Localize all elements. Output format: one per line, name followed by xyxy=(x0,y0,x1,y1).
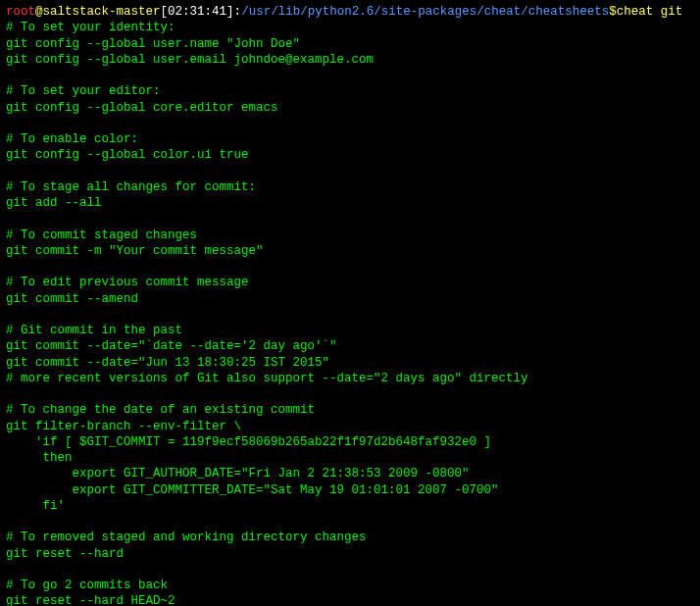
prompt-time: 02:31:41 xyxy=(168,5,226,19)
prompt-colon: : xyxy=(234,5,242,19)
prompt-user: root xyxy=(6,5,35,19)
prompt-lbracket: [ xyxy=(161,5,169,19)
prompt-at: @ xyxy=(35,5,43,19)
terminal-output: # To set your identity: git config --glo… xyxy=(6,20,694,606)
prompt-rbracket: ] xyxy=(226,5,234,19)
prompt-host: saltstack-master xyxy=(43,5,161,19)
prompt-dollar: $ xyxy=(609,5,617,19)
prompt-path: /usr/lib/python2.6/site-packages/cheat/c… xyxy=(241,5,609,19)
prompt-line[interactable]: root@saltstack-master[02:31:41]:/usr/lib… xyxy=(6,4,694,20)
prompt-command: cheat git xyxy=(617,5,683,19)
